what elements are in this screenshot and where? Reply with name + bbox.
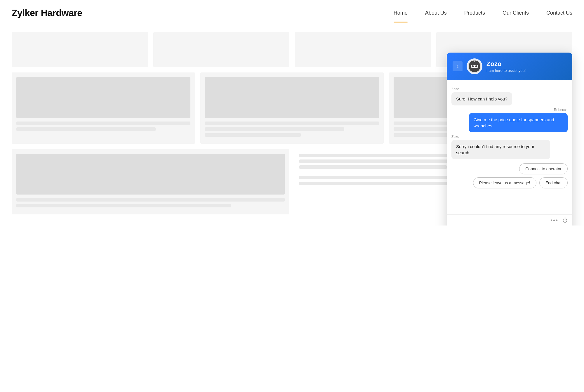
chat-input-area: 📎 bbox=[447, 225, 572, 226]
footer-dots-button[interactable]: ••• bbox=[550, 217, 558, 224]
nav-clients[interactable]: Our Clients bbox=[503, 10, 529, 18]
msg-bubble-bot-1: Sure! How can I help you? bbox=[451, 92, 512, 105]
leave-message-button[interactable]: Please leave us a message! bbox=[473, 177, 536, 188]
skeleton-line bbox=[16, 122, 190, 125]
skeleton-line bbox=[16, 204, 231, 207]
msg-bubble-user: Give me the price quote for spanners and… bbox=[469, 113, 568, 132]
footer-power-button[interactable]: ⏻ bbox=[562, 217, 568, 223]
msg-row-user: Rebecca Give me the price quote for span… bbox=[451, 105, 568, 132]
connect-operator-button[interactable]: Connect to operator bbox=[519, 163, 568, 174]
skeleton-card bbox=[153, 32, 290, 67]
msg-sender-rebecca: Rebecca bbox=[554, 108, 568, 112]
nav-products[interactable]: Products bbox=[464, 10, 485, 18]
msg-bubble-bot-2: Sorry i couldn't find any resource to yo… bbox=[451, 140, 550, 159]
skeleton-line bbox=[205, 127, 344, 131]
chat-avatar bbox=[467, 58, 482, 74]
chat-back-button[interactable]: ‹ bbox=[453, 61, 463, 71]
nav-about[interactable]: About Us bbox=[425, 10, 447, 18]
skeleton-card bbox=[12, 32, 148, 67]
brand-logo: Zylker Hardware bbox=[12, 8, 82, 18]
msg-sender-zozo-1: Zozo bbox=[451, 87, 568, 91]
page-content: ‹ Zozo I am here to assi bbox=[0, 26, 584, 226]
skeleton-content-card bbox=[12, 72, 195, 144]
chat-widget: ‹ Zozo I am here to assi bbox=[447, 53, 572, 226]
skeleton-line bbox=[16, 198, 285, 202]
bot-avatar-svg bbox=[468, 60, 481, 73]
skeleton-line bbox=[299, 165, 447, 169]
nav-links: Home About Us Products Our Clients Conta… bbox=[394, 8, 572, 18]
skeleton-content-card bbox=[200, 72, 384, 144]
nav-contact[interactable]: Contact Us bbox=[546, 10, 572, 18]
chat-bot-subtitle: I am here to assist you! bbox=[486, 68, 566, 73]
skeleton-card bbox=[295, 32, 431, 67]
chat-header: ‹ Zozo I am here to assi bbox=[447, 53, 572, 80]
skeleton-img bbox=[16, 154, 285, 195]
skeleton-img bbox=[205, 77, 379, 118]
chat-bot-name: Zozo bbox=[486, 60, 566, 68]
end-chat-button[interactable]: End chat bbox=[539, 177, 568, 188]
navbar: Zylker Hardware Home About Us Products O… bbox=[0, 0, 584, 26]
action-btn-row: Please leave us a message! End chat bbox=[473, 177, 568, 188]
skeleton-line bbox=[205, 133, 301, 137]
chat-bot-info: Zozo I am here to assist you! bbox=[486, 60, 566, 73]
skeleton-content-card bbox=[12, 149, 289, 214]
skeleton-line bbox=[16, 127, 156, 131]
msg-sender-zozo-2: Zozo bbox=[451, 135, 568, 139]
svg-point-3 bbox=[472, 65, 474, 67]
chat-footer-bar: ••• ⏻ bbox=[447, 214, 572, 225]
chat-body: Zozo Sure! How can I help you? Rebecca G… bbox=[447, 80, 572, 214]
svg-point-4 bbox=[475, 65, 477, 67]
action-buttons: Connect to operator Please leave us a me… bbox=[451, 163, 568, 188]
skeleton-img bbox=[16, 77, 190, 118]
skeleton-line bbox=[205, 122, 379, 125]
nav-home[interactable]: Home bbox=[394, 10, 408, 18]
